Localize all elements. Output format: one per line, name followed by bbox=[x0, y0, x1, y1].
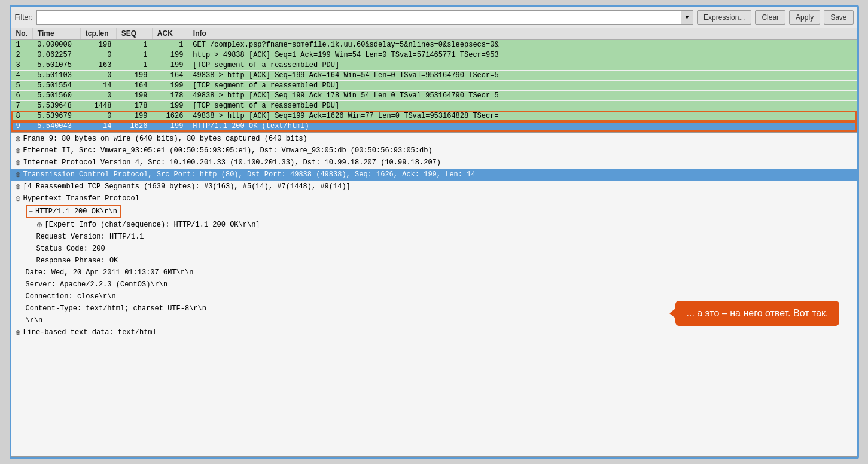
table-cell: 5.501554 bbox=[32, 81, 80, 91]
detail-text: [Expert Info (chat/sequence): HTTP/1.1 2… bbox=[45, 219, 260, 230]
detail-text: Internet Protocol Version 4, Src: 10.100… bbox=[23, 157, 441, 168]
detail-line: ⊕Frame 9: 80 bytes on wire (640 bits), 8… bbox=[11, 133, 857, 145]
table-cell: 5.501075 bbox=[32, 60, 80, 71]
detail-text: Line-based text data: text/html bbox=[23, 327, 157, 338]
expand-plus-icon[interactable]: ⊕ bbox=[15, 133, 21, 144]
table-cell: 199 bbox=[116, 71, 152, 81]
detail-text: Hypertext Transfer Protocol bbox=[23, 193, 139, 204]
filter-input[interactable] bbox=[37, 11, 681, 24]
table-cell: 178 bbox=[152, 91, 188, 101]
detail-line: ⊕[4 Reassembled TCP Segments (1639 bytes… bbox=[11, 181, 857, 193]
table-cell: http > 49838 [ACK] Seq=1 Ack=199 Win=54 … bbox=[188, 50, 857, 60]
table-cell: 49838 > http [ACK] Seq=199 Ack=178 Win=5… bbox=[188, 91, 857, 101]
expand-plus-icon[interactable]: ⊕ bbox=[15, 181, 21, 192]
detail-text: Ethernet II, Src: Vmware_93:05:e1 (00:50… bbox=[23, 145, 433, 156]
detail-text: Transmission Control Protocol, Src Port:… bbox=[23, 169, 476, 180]
apply-button[interactable]: Apply bbox=[789, 10, 820, 25]
table-cell: 1 bbox=[116, 50, 152, 60]
table-row[interactable]: 20.06225701199http > 49838 [ACK] Seq=1 A… bbox=[11, 50, 857, 60]
table-cell: 7 bbox=[11, 101, 33, 111]
col-header-time: Time bbox=[32, 28, 80, 39]
table-cell: 198 bbox=[80, 39, 116, 50]
http-ok-text: HTTP/1.1 200 OK\r\n bbox=[35, 206, 117, 217]
col-header-tcplen: tcp.len bbox=[80, 28, 116, 39]
table-cell: 5.501560 bbox=[32, 91, 80, 101]
table-cell: 1 bbox=[116, 60, 152, 71]
filter-input-wrap: ▼ bbox=[36, 10, 694, 25]
expand-plus-icon[interactable]: ⊕ bbox=[15, 327, 21, 338]
expand-plus-icon[interactable]: ⊕ bbox=[15, 157, 21, 168]
detail-line: ⊕Line-based text data: text/html bbox=[11, 326, 857, 338]
table-cell: 0 bbox=[80, 50, 116, 60]
filter-dropdown-button[interactable]: ▼ bbox=[681, 11, 693, 24]
table-row[interactable]: 55.50155414164199[TCP segment of a reass… bbox=[11, 81, 857, 91]
detail-line: Response Phrase: OK bbox=[11, 255, 857, 267]
detail-line: ⊕[Expert Info (chat/sequence): HTTP/1.1 … bbox=[11, 219, 857, 231]
col-header-no: No. bbox=[11, 28, 33, 39]
col-header-info: Info bbox=[188, 28, 857, 39]
table-cell: 199 bbox=[152, 101, 188, 111]
pane-wrapper: ⊕Frame 9: 80 bytes on wire (640 bits), 8… bbox=[11, 133, 857, 457]
table-cell: 14 bbox=[80, 81, 116, 91]
table-cell: 164 bbox=[116, 81, 152, 91]
save-button[interactable]: Save bbox=[824, 10, 853, 25]
detail-line: ⊕Ethernet II, Src: Vmware_93:05:e1 (00:5… bbox=[11, 145, 857, 157]
table-cell: [TCP segment of a reassembled PDU] bbox=[188, 81, 857, 91]
table-header-row: No. Time tcp.len SEQ ACK Info bbox=[11, 28, 857, 39]
clear-button[interactable]: Clear bbox=[755, 10, 785, 25]
detail-text: Server: Apache/2.2.3 (CentOS)\r\n bbox=[26, 279, 168, 290]
col-header-ack: ACK bbox=[152, 28, 188, 39]
table-cell: 3 bbox=[11, 60, 33, 71]
expand-plus-icon[interactable]: ⊕ bbox=[15, 145, 21, 156]
table-cell: 9 bbox=[11, 121, 33, 132]
table-row[interactable]: 85.5396790199162649838 > http [ACK] Seq=… bbox=[11, 111, 857, 121]
expand-minus-icon[interactable]: ⊖ bbox=[15, 193, 21, 204]
table-cell: 199 bbox=[116, 91, 152, 101]
expand-plus-icon[interactable]: ⊕ bbox=[36, 219, 42, 230]
table-cell: 4 bbox=[11, 71, 33, 81]
detail-text: Response Phrase: OK bbox=[36, 255, 118, 266]
col-header-seq: SEQ bbox=[116, 28, 152, 39]
expand-icon[interactable]: − bbox=[29, 207, 33, 217]
detail-text: Connection: close\r\n bbox=[26, 291, 116, 302]
table-row[interactable]: 75.5396481448178199[TCP segment of a rea… bbox=[11, 101, 857, 111]
table-cell: 199 bbox=[152, 121, 188, 132]
detail-line: ⊖Hypertext Transfer Protocol bbox=[11, 193, 857, 204]
table-cell: 178 bbox=[116, 101, 152, 111]
table-cell: 199 bbox=[152, 81, 188, 91]
table-cell: 5.539648 bbox=[32, 101, 80, 111]
expand-plus-icon[interactable]: ⊕ bbox=[15, 169, 21, 180]
table-cell: 1448 bbox=[80, 101, 116, 111]
table-cell: 5.540043 bbox=[32, 121, 80, 132]
table-cell: 164 bbox=[152, 71, 188, 81]
table-row[interactable]: 45.501103019916449838 > http [ACK] Seq=1… bbox=[11, 71, 857, 81]
table-cell: 199 bbox=[152, 60, 188, 71]
table-row[interactable]: 65.501560019917849838 > http [ACK] Seq=1… bbox=[11, 91, 857, 101]
table-cell: 5 bbox=[11, 81, 33, 91]
detail-line: Request Version: HTTP/1.1 bbox=[11, 231, 857, 243]
http-ok-box[interactable]: −HTTP/1.1 200 OK\r\n bbox=[26, 205, 121, 218]
detail-line: Server: Apache/2.2.3 (CentOS)\r\n bbox=[11, 279, 857, 291]
tooltip-bubble: ... а это – на него ответ. Вот так. bbox=[675, 301, 839, 326]
filter-bar: Filter: ▼ Expression... Clear Apply Save bbox=[11, 7, 857, 28]
table-row[interactable]: 35.5010751631199[TCP segment of a reasse… bbox=[11, 60, 857, 71]
detail-line: ⊕Internet Protocol Version 4, Src: 10.10… bbox=[11, 157, 857, 169]
table-row[interactable]: 95.540043141626199HTTP/1.1 200 OK (text/… bbox=[11, 121, 857, 132]
table-cell: 0.062257 bbox=[32, 50, 80, 60]
packet-list-body: 10.00000019811GET /complex.psp?fname=som… bbox=[11, 39, 857, 132]
table-cell: 5.501103 bbox=[32, 71, 80, 81]
table-cell: 1626 bbox=[152, 111, 188, 121]
table-cell: 2 bbox=[11, 50, 33, 60]
detail-line: −HTTP/1.1 200 OK\r\n bbox=[11, 204, 857, 219]
detail-text: \r\n bbox=[26, 315, 43, 326]
table-cell: 0 bbox=[80, 91, 116, 101]
table-cell: 49838 > http [ACK] Seq=199 Ack=1626 Win=… bbox=[188, 111, 857, 121]
detail-text: Status Code: 200 bbox=[36, 243, 105, 254]
table-cell: HTTP/1.1 200 OK (text/html) bbox=[188, 121, 857, 132]
table-row[interactable]: 10.00000019811GET /complex.psp?fname=som… bbox=[11, 39, 857, 50]
packet-table: No. Time tcp.len SEQ ACK Info 10.0000001… bbox=[11, 28, 857, 132]
table-cell: 49838 > http [ACK] Seq=199 Ack=164 Win=5… bbox=[188, 71, 857, 81]
detail-line: Status Code: 200 bbox=[11, 243, 857, 255]
expression-button[interactable]: Expression... bbox=[697, 10, 751, 25]
table-cell: 0 bbox=[80, 71, 116, 81]
